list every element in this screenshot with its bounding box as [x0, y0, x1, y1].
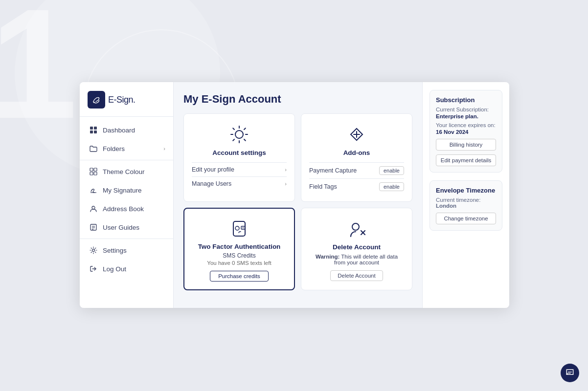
logo-text: E-Sign. [108, 95, 136, 105]
address-book-icon [89, 204, 98, 213]
edit-profile-arrow: › [285, 167, 287, 173]
svg-rect-28 [568, 373, 571, 373]
timezone-title: Envelope Timezone [436, 187, 496, 194]
sidebar-item-dashboard[interactable]: Dashboard [80, 121, 173, 139]
logo-sign: -Sign. [114, 95, 136, 105]
account-settings-header: Account settings [192, 123, 287, 156]
logo-svg [91, 94, 102, 105]
svg-point-0 [93, 102, 95, 103]
addons-title: Add-ons [343, 149, 370, 156]
sidebar-label-dashboard: Dashboard [103, 127, 135, 134]
payment-capture-label: Payment Capture [309, 167, 357, 174]
logo-e: E [108, 95, 114, 105]
svg-rect-27 [568, 372, 572, 372]
addons-icon [346, 124, 367, 145]
delete-icon-wrap [345, 217, 368, 240]
sidebar-label-address-book: Address Book [103, 205, 144, 213]
folder-icon [89, 144, 98, 153]
manage-users-label: Manage Users [192, 180, 231, 187]
sidebar-label-my-signature: My Signature [103, 187, 142, 194]
main-content: My E-Sign Account Account settings Edit … [174, 82, 422, 308]
subscription-plan: Enterprise plan. [436, 113, 496, 119]
purchase-credits-button[interactable]: Purchase credits [210, 271, 269, 282]
nav-items: Dashboard Folders › [80, 117, 173, 308]
twofa-icon-wrap [227, 217, 251, 240]
manage-users-arrow: › [285, 181, 287, 187]
logout-icon [89, 264, 98, 273]
delete-warning-text: This will delete all data from your acco… [334, 254, 398, 265]
sidebar-item-user-guides[interactable]: User Guides [80, 218, 173, 237]
sidebar: E-Sign. Dashboard [80, 82, 174, 308]
account-settings-card: Account settings Edit your profile › Man… [183, 113, 295, 202]
timezone-section: Envelope Timezone Current timezone: Lond… [430, 180, 502, 231]
manage-users-link[interactable]: Manage Users › [192, 176, 287, 191]
sidebar-item-theme-colour[interactable]: Theme Colour [80, 162, 173, 181]
settings-icon [89, 246, 98, 255]
svg-rect-3 [90, 130, 93, 133]
edit-payment-details-button[interactable]: Edit payment details [436, 154, 496, 166]
cards-grid: Account settings Edit your profile › Man… [183, 113, 412, 290]
logo-icon [88, 91, 105, 109]
addons-card: Add-ons Payment Capture enable Field Tag… [301, 113, 412, 202]
theme-colour-icon [89, 167, 98, 176]
sidebar-label-folders: Folders [103, 145, 125, 152]
twofa-title: Two Factor Authentication [198, 243, 281, 250]
subscription-current-label: Current Subscription: [436, 107, 496, 112]
svg-rect-1 [90, 127, 93, 130]
field-tags-label: Field Tags [309, 183, 337, 190]
twofa-icon [228, 217, 250, 239]
subscription-licence-date: 16 Nov 2024 [436, 129, 496, 135]
page-title: My E-Sign Account [183, 93, 412, 106]
delete-warning-prefix: Warning: [316, 254, 339, 260]
signature-icon [89, 186, 98, 195]
main-window: E-Sign. Dashboard [80, 82, 509, 308]
edit-profile-label: Edit your profile [192, 166, 234, 173]
timezone-current-label: Current timezone: London [436, 197, 496, 209]
svg-point-10 [92, 206, 95, 209]
delete-warning: Warning: This will delete all data from … [309, 254, 404, 265]
svg-rect-7 [90, 172, 93, 175]
svg-rect-5 [90, 168, 93, 171]
sidebar-item-folders[interactable]: Folders › [80, 139, 173, 158]
sidebar-item-address-book[interactable]: Address Book [80, 199, 173, 218]
delete-account-title: Delete Account [333, 243, 381, 251]
svg-point-21 [235, 226, 239, 230]
edit-profile-link[interactable]: Edit your profile › [192, 162, 287, 176]
twofa-card: Two Factor Authentication SMS Credits Yo… [183, 208, 295, 290]
folders-arrow: › [163, 146, 165, 152]
change-timezone-button[interactable]: Change timezone [436, 213, 496, 224]
timezone-current-text: Current timezone: [436, 197, 480, 203]
svg-rect-8 [94, 172, 97, 175]
chat-support-button[interactable] [561, 364, 579, 382]
account-settings-title: Account settings [212, 149, 266, 156]
sidebar-item-my-signature[interactable]: My Signature [80, 181, 173, 199]
addons-icon-wrap [345, 123, 368, 146]
field-tags-row: Field Tags enable [309, 178, 404, 195]
sidebar-label-theme-colour: Theme Colour [103, 168, 145, 175]
sidebar-item-settings[interactable]: Settings [80, 241, 173, 260]
svg-rect-4 [94, 130, 97, 133]
payment-capture-enable-button[interactable]: enable [379, 166, 404, 175]
svg-point-15 [92, 249, 95, 252]
svg-rect-6 [94, 168, 97, 171]
twofa-info: You have 0 SMS texts left [207, 260, 271, 266]
user-guides-icon [89, 223, 98, 232]
delete-account-button[interactable]: Delete Account [330, 270, 383, 281]
svg-point-24 [352, 223, 359, 230]
gear-icon [228, 124, 250, 145]
subscription-licence-label: Your licence expires on: [436, 122, 496, 128]
logo-area: E-Sign. [80, 82, 173, 117]
field-tags-enable-button[interactable]: enable [379, 182, 404, 191]
sidebar-item-log-out[interactable]: Log Out [80, 260, 173, 278]
twofa-subtitle: SMS Credits [223, 252, 255, 259]
sidebar-label-log-out: Log Out [103, 265, 126, 273]
dashboard-icon [89, 126, 98, 134]
payment-capture-row: Payment Capture enable [309, 162, 404, 178]
nav-divider-2 [80, 239, 173, 239]
billing-history-button[interactable]: Billing history [436, 139, 496, 151]
nav-divider-1 [80, 160, 173, 160]
timezone-value: London [436, 203, 456, 209]
subscription-section: Subscription Current Subscription: Enter… [430, 90, 502, 173]
chat-icon [565, 368, 575, 378]
addons-header: Add-ons [309, 123, 404, 156]
